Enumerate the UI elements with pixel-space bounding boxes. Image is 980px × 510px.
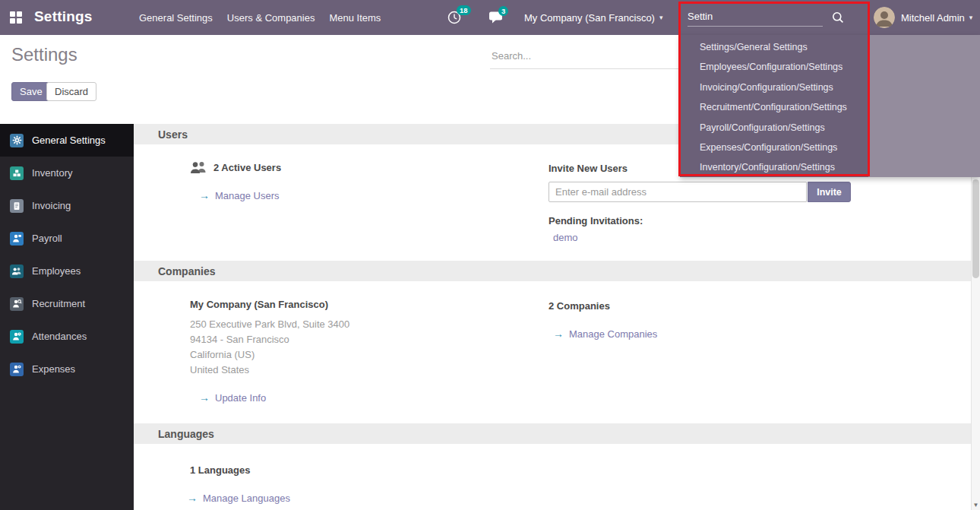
address-line: United States xyxy=(190,363,349,378)
manage-languages-label: Manage Languages xyxy=(203,493,290,504)
search-icon[interactable] xyxy=(832,11,844,24)
activity-clock-icon[interactable]: 18 xyxy=(447,10,465,27)
address-line: California (US) xyxy=(190,347,349,363)
apps-grid-icon[interactable] xyxy=(10,11,22,24)
sidebar-item-recruitment[interactable]: Recruitment xyxy=(0,287,134,320)
gear-icon xyxy=(10,134,24,147)
invite-email-input[interactable] xyxy=(548,182,807,202)
manage-languages-link[interactable]: → Manage Languages xyxy=(187,492,290,504)
section-title: Users xyxy=(158,128,188,141)
attendance-clock-person-icon xyxy=(10,330,24,344)
sidebar-item-label: Employees xyxy=(32,265,81,277)
companies-count: 2 Companies xyxy=(548,300,610,312)
messages-icon[interactable]: 3 xyxy=(488,11,507,27)
sidebar-item-inventory[interactable]: Inventory xyxy=(0,157,134,189)
sidebar-item-label: Inventory xyxy=(32,167,72,179)
company-name: My Company (San Francisco) xyxy=(190,299,328,310)
user-name: Mitchell Admin xyxy=(901,12,965,24)
invite-button[interactable]: Invite xyxy=(808,182,851,202)
arrow-right-icon: → xyxy=(199,391,210,404)
section-header-companies: Companies xyxy=(134,261,971,281)
settings-sidebar: General Settings Inventory Invoicing Pay… xyxy=(0,124,134,510)
active-users-count: 2 Active Users xyxy=(213,162,281,173)
address-line: 94134 - San Francisco xyxy=(190,332,349,347)
menu-menu-items[interactable]: Menu Items xyxy=(329,12,381,24)
sidebar-item-attendances[interactable]: Attendances xyxy=(0,320,134,353)
nav-search xyxy=(688,0,851,35)
sidebar-item-label: General Settings xyxy=(32,135,106,146)
settings-content: Users 2 Active Users → Manage Users Invi… xyxy=(134,124,971,510)
arrow-right-icon: → xyxy=(553,328,564,340)
languages-count: 1 Languages xyxy=(190,464,250,476)
manage-users-link[interactable]: → Manage Users xyxy=(199,189,280,201)
save-button[interactable]: Save xyxy=(11,82,51,101)
update-info-label: Update Info xyxy=(215,392,266,404)
boxes-icon xyxy=(10,166,24,180)
arrow-right-icon: → xyxy=(199,189,210,201)
search-result-item[interactable]: Payroll/Configuration/Settings xyxy=(700,118,980,138)
sidebar-item-label: Invoicing xyxy=(32,200,71,211)
invite-new-users-title: Invite New Users xyxy=(548,163,628,174)
discard-button[interactable]: Discard xyxy=(46,82,96,101)
app-title: Settings xyxy=(34,8,93,25)
section-header-languages: Languages xyxy=(134,423,971,444)
expenses-coin-person-icon xyxy=(10,363,24,376)
sidebar-item-general-settings[interactable]: General Settings xyxy=(0,124,134,157)
recruitment-search-person-icon xyxy=(10,297,24,311)
page-title: Settings xyxy=(11,44,77,65)
sidebar-item-label: Recruitment xyxy=(32,298,85,309)
active-users-row: 2 Active Users xyxy=(190,160,281,174)
invite-row: Invite xyxy=(548,182,851,202)
scroll-down-arrow-icon[interactable]: ▼ xyxy=(972,502,980,508)
top-navbar: Settings General Settings Users & Compan… xyxy=(0,0,980,35)
manage-companies-label: Manage Companies xyxy=(569,328,657,340)
search-results-dropdown: Settings/General Settings Employees/Conf… xyxy=(680,35,980,177)
odoo-settings-screen: Settings General Settings Users & Compan… xyxy=(0,0,980,510)
sidebar-item-label: Attendances xyxy=(32,331,87,342)
search-result-item[interactable]: Employees/Configuration/Settings xyxy=(700,57,980,77)
section-title: Languages xyxy=(158,428,214,440)
search-result-item[interactable]: Expenses/Configuration/Settings xyxy=(700,138,980,157)
user-menu[interactable]: Mitchell Admin ▾ xyxy=(874,0,972,35)
invoice-document-icon xyxy=(10,199,24,213)
sidebar-item-invoicing[interactable]: Invoicing xyxy=(0,189,134,222)
manage-companies-link[interactable]: → Manage Companies xyxy=(553,328,657,340)
address-line: 250 Executive Park Blvd, Suite 3400 xyxy=(190,317,349,332)
menu-general-settings[interactable]: General Settings xyxy=(139,12,213,24)
chevron-down-icon: ▾ xyxy=(659,14,663,21)
app-menu: General Settings Users & Companies Menu … xyxy=(139,0,381,35)
messages-badge: 3 xyxy=(498,6,508,16)
search-results-list: Settings/General Settings Employees/Conf… xyxy=(680,35,980,178)
users-group-icon xyxy=(190,160,207,174)
menu-users-companies[interactable]: Users & Companies xyxy=(227,12,315,24)
search-result-item[interactable]: Recruitment/Configuration/Settings xyxy=(700,97,980,117)
user-avatar xyxy=(874,7,895,28)
search-result-item[interactable]: Invoicing/Configuration/Settings xyxy=(700,78,980,97)
sidebar-item-label: Expenses xyxy=(32,363,75,375)
search-result-item[interactable]: Settings/General Settings xyxy=(700,37,980,57)
pending-invitations-label: Pending Invitations: xyxy=(548,215,643,226)
company-switcher[interactable]: My Company (San Francisco) ▾ xyxy=(524,0,662,35)
search-result-item[interactable]: Inventory/Configuration/Settings xyxy=(700,157,980,177)
pending-invitation-user[interactable]: demo xyxy=(553,232,578,243)
employees-group-icon xyxy=(10,265,24,278)
chevron-down-icon: ▾ xyxy=(969,14,973,21)
nav-search-input[interactable] xyxy=(688,9,823,27)
payroll-person-icon xyxy=(10,232,24,245)
company-switcher-label: My Company (San Francisco) xyxy=(524,12,655,24)
update-info-link[interactable]: → Update Info xyxy=(199,391,266,404)
sidebar-item-label: Payroll xyxy=(32,233,62,244)
sidebar-item-employees[interactable]: Employees xyxy=(0,255,134,287)
activity-badge: 18 xyxy=(457,5,471,15)
arrow-right-icon: → xyxy=(187,492,198,504)
sidebar-item-payroll[interactable]: Payroll xyxy=(0,222,134,255)
sidebar-item-expenses[interactable]: Expenses xyxy=(0,353,134,385)
manage-users-label: Manage Users xyxy=(215,190,280,201)
section-title: Companies xyxy=(158,265,215,277)
scrollbar-thumb[interactable] xyxy=(972,179,979,278)
company-address: 250 Executive Park Blvd, Suite 3400 9413… xyxy=(190,317,349,378)
